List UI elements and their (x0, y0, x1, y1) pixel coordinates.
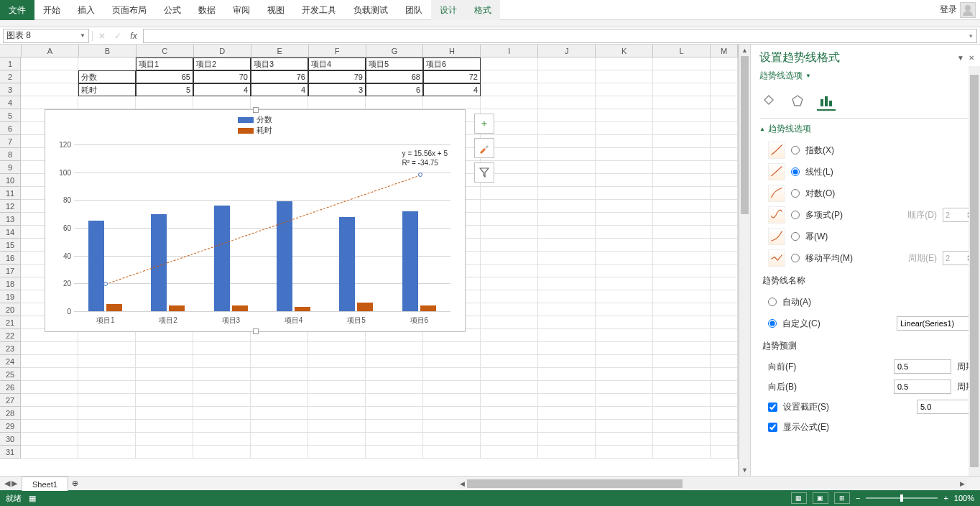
cell[interactable]: 耗时 (78, 83, 136, 96)
cell[interactable] (711, 109, 738, 122)
sheet-nav-first-icon[interactable]: ◀ (4, 479, 10, 488)
pane-scrollbar[interactable] (969, 66, 980, 476)
cell[interactable] (596, 381, 653, 394)
cell[interactable] (538, 342, 596, 355)
cell[interactable] (653, 420, 711, 433)
row-25[interactable]: 25 (0, 368, 21, 381)
cell[interactable] (308, 433, 366, 446)
cell[interactable] (538, 316, 596, 329)
view-layout-icon[interactable]: ▣ (813, 492, 828, 504)
sheet-tab-1[interactable]: Sheet1 (22, 477, 68, 491)
row-26[interactable]: 26 (0, 381, 21, 394)
cell[interactable] (711, 239, 738, 252)
cell[interactable] (251, 96, 308, 109)
name-custom-radio[interactable] (768, 319, 777, 328)
cell[interactable]: 5 (136, 83, 193, 96)
cell[interactable] (538, 433, 596, 446)
cell[interactable] (653, 368, 711, 381)
row-14[interactable]: 14 (0, 226, 21, 239)
cell[interactable] (653, 381, 711, 394)
row-27[interactable]: 27 (0, 394, 21, 407)
cell[interactable] (366, 420, 423, 433)
cell[interactable] (481, 355, 538, 368)
cell[interactable] (596, 122, 653, 135)
cell[interactable] (481, 239, 538, 252)
cell[interactable] (596, 135, 653, 148)
cell[interactable] (596, 394, 653, 407)
cell[interactable] (538, 329, 596, 342)
cell[interactable] (653, 252, 711, 264)
cell[interactable] (481, 58, 538, 70)
pane-subtitle[interactable]: 趋势线选项▼ (759, 70, 811, 82)
cell[interactable] (596, 316, 653, 329)
bar-分数-项目4[interactable] (277, 201, 292, 311)
view-normal-icon[interactable]: ▦ (791, 492, 807, 504)
tab-file[interactable]: 文件 (0, 0, 34, 20)
cell[interactable] (596, 226, 653, 239)
avatar-icon[interactable] (960, 2, 976, 18)
cell[interactable] (711, 252, 738, 264)
cell[interactable] (596, 407, 653, 420)
cell[interactable]: 项目6 (423, 58, 481, 70)
cell[interactable]: 项目5 (366, 58, 423, 70)
cell[interactable] (481, 433, 538, 446)
cell[interactable] (136, 342, 193, 355)
cell[interactable] (653, 394, 711, 407)
cell[interactable] (423, 96, 481, 109)
cell[interactable] (653, 96, 711, 109)
cell[interactable] (596, 174, 653, 187)
cell[interactable] (653, 109, 711, 122)
cell[interactable] (423, 355, 481, 368)
cell[interactable] (711, 303, 738, 316)
trend-type-radio-0[interactable] (791, 146, 800, 155)
cell[interactable] (596, 252, 653, 264)
cell[interactable] (136, 446, 193, 459)
cell[interactable] (596, 213, 653, 226)
cell[interactable] (596, 239, 653, 252)
col-A[interactable]: A (22, 45, 79, 57)
cell[interactable] (308, 342, 366, 355)
cell[interactable] (366, 96, 423, 109)
cell[interactable] (596, 96, 653, 109)
cell[interactable] (538, 213, 596, 226)
tab-review[interactable]: 审阅 (224, 0, 259, 20)
cell[interactable] (481, 96, 538, 109)
cell[interactable] (596, 109, 653, 122)
chart-filter-button[interactable] (474, 162, 494, 183)
cell[interactable] (193, 355, 251, 368)
cell[interactable] (711, 200, 738, 213)
cell[interactable] (308, 420, 366, 433)
row-7[interactable]: 7 (0, 135, 21, 148)
cell[interactable] (653, 316, 711, 329)
cell[interactable] (711, 264, 738, 277)
cell[interactable] (596, 200, 653, 213)
cell[interactable] (653, 355, 711, 368)
col-I[interactable]: I (481, 45, 538, 57)
row-5[interactable]: 5 (0, 109, 21, 122)
cell[interactable] (596, 303, 653, 316)
cell[interactable] (653, 58, 711, 70)
trend-type-radio-3[interactable] (791, 211, 800, 219)
cell[interactable] (21, 394, 78, 407)
row-4[interactable]: 4 (0, 96, 21, 109)
cell[interactable] (711, 277, 738, 290)
hscroll-left-icon[interactable]: ◀ (457, 480, 467, 487)
cell[interactable] (136, 394, 193, 407)
cell[interactable] (653, 226, 711, 239)
cell[interactable] (711, 394, 738, 407)
cell[interactable] (481, 394, 538, 407)
cell[interactable]: 76 (251, 70, 308, 83)
formula-expand-icon[interactable]: ▾ (965, 29, 976, 42)
tab-formulas[interactable]: 公式 (155, 0, 190, 20)
cell[interactable] (653, 264, 711, 277)
cell[interactable] (538, 355, 596, 368)
cell[interactable] (251, 407, 308, 420)
cell[interactable] (78, 407, 136, 420)
pane-tab-fill-icon[interactable] (759, 92, 778, 111)
backward-input[interactable] (894, 380, 951, 394)
cell[interactable] (136, 381, 193, 394)
cell[interactable] (481, 213, 538, 226)
cell[interactable] (423, 342, 481, 355)
cell[interactable] (78, 58, 136, 70)
show-equation-checkbox[interactable] (768, 423, 777, 432)
